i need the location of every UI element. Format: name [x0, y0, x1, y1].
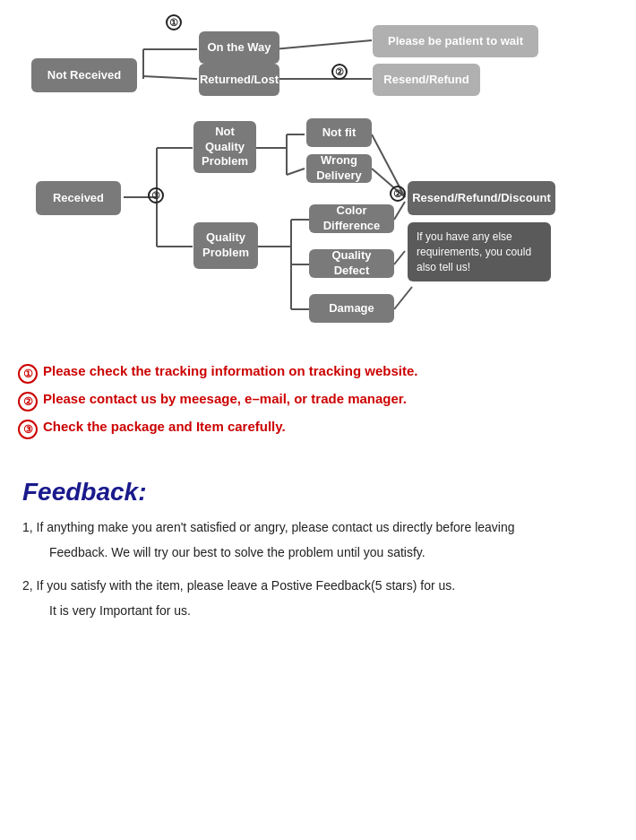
instruction-3: ③ Check the package and Item carefully.	[18, 419, 618, 439]
feedback-item-2-indent: It is very Important for us.	[49, 601, 614, 620]
flowchart: ① ② ③ ② Not Received On the Way Returned…	[18, 9, 618, 350]
circle-inst-2: ②	[18, 392, 38, 411]
feedback-item-1-indent: Feedback. We will try our best to solve …	[49, 542, 614, 562]
feedback-item-1-prefix: 1,	[22, 520, 33, 534]
box-resend-refund: Resend/Refund	[373, 64, 480, 96]
svg-line-3	[273, 40, 372, 49]
feedback-item-2-main: 2, If you satisfy with the item, please …	[22, 576, 614, 595]
instructions-section: ① Please check the tracking information …	[18, 359, 618, 451]
box-not-fit: Not fit	[306, 118, 372, 147]
box-please-wait: Please be patient to wait	[373, 25, 538, 57]
svg-line-20	[394, 202, 405, 220]
circle-3: ③	[148, 186, 164, 204]
box-on-the-way: On the Way	[199, 31, 279, 64]
svg-line-22	[394, 287, 412, 309]
instruction-2-text: Please contact us by meesage, e–mail, or…	[43, 391, 407, 406]
circle-1-top: ①	[166, 13, 182, 30]
feedback-item-1-main: 1, If anything make you aren't satisfied…	[22, 517, 614, 537]
box-not-quality-problem: Not Quality Problem	[193, 121, 256, 173]
circle-2-mid: ②	[390, 185, 406, 202]
feedback-section: Feedback: 1, If anything make you aren't…	[18, 478, 618, 621]
svg-line-21	[394, 251, 405, 264]
box-quality-problem: Quality Problem	[193, 222, 258, 269]
feedback-title: Feedback:	[22, 478, 614, 507]
box-returned-lost: Returned/Lost	[199, 64, 279, 96]
box-resend-refund-discount: Resend/Refund/Discount	[408, 181, 555, 215]
box-color-difference: Color Difference	[309, 204, 394, 233]
svg-line-12	[287, 169, 305, 175]
feedback-item-1-text: If anything make you aren't satisfied or…	[37, 520, 515, 534]
circle-2-top: ②	[331, 63, 348, 80]
instruction-2: ② Please contact us by meesage, e–mail, …	[18, 391, 618, 411]
box-quality-defect: Quality Defect	[309, 249, 394, 278]
instruction-3-text: Check the package and Item carefully.	[43, 419, 286, 434]
feedback-item-2-text: If you satisfy with the item, please lea…	[37, 578, 456, 593]
box-note: If you have any else requirements, you c…	[408, 222, 551, 281]
instruction-1-text: Please check the tracking information on…	[43, 363, 417, 378]
feedback-item-2-prefix: 2,	[22, 578, 33, 593]
instruction-1: ① Please check the tracking information …	[18, 363, 618, 384]
box-damage: Damage	[309, 294, 394, 323]
box-wrong-delivery: Wrong Delivery	[306, 154, 372, 183]
circle-inst-1: ①	[18, 364, 38, 384]
box-not-received: Not Received	[31, 58, 137, 92]
svg-line-1	[143, 76, 197, 79]
circle-inst-3: ③	[18, 420, 38, 439]
box-received: Received	[36, 181, 121, 215]
